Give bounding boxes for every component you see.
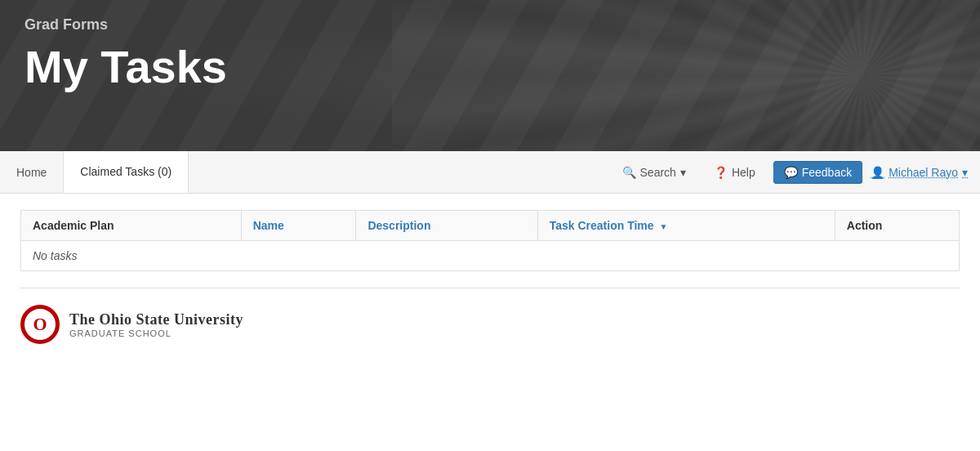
app-name: Grad Forms <box>24 16 956 33</box>
main-content: Academic Plan Name Description Task Crea… <box>0 194 980 288</box>
logo-letter: O <box>33 314 47 335</box>
page-header: Grad Forms My Tasks <box>0 0 980 151</box>
university-name: The Ohio State University <box>69 311 243 328</box>
help-label: Help <box>732 166 755 179</box>
nav-left: Home Claimed Tasks (0) <box>0 151 600 193</box>
search-label: Search <box>640 166 676 179</box>
school-name: Graduate School <box>69 328 243 338</box>
table-row-empty: No tasks <box>21 241 960 271</box>
nav-claimed-tasks[interactable]: Claimed Tasks (0) <box>64 151 189 193</box>
col-name[interactable]: Name <box>241 211 356 241</box>
empty-message: No tasks <box>21 241 960 271</box>
help-button[interactable]: ❓ Help <box>704 161 765 184</box>
navigation-bar: Home Claimed Tasks (0) 🔍 Search ▾ ❓ Help… <box>0 151 980 194</box>
col-description[interactable]: Description <box>356 211 537 241</box>
university-logo: O The Ohio State University Graduate Sch… <box>20 305 243 344</box>
search-dropdown-arrow: ▾ <box>680 166 686 179</box>
col-name-label: Name <box>253 219 284 232</box>
user-name: Michael Rayo <box>889 166 958 179</box>
table-body: No tasks <box>21 241 960 271</box>
col-academic-plan: Academic Plan <box>21 211 242 241</box>
col-task-creation-time-label: Task Creation Time <box>550 219 654 232</box>
col-task-creation-time[interactable]: Task Creation Time ▼ <box>537 211 835 241</box>
col-action: Action <box>835 211 959 241</box>
page-footer: O The Ohio State University Graduate Sch… <box>0 288 980 360</box>
sort-arrow-icon: ▼ <box>659 222 667 231</box>
col-description-label: Description <box>368 219 430 232</box>
feedback-button[interactable]: 💬 Feedback <box>773 161 862 184</box>
table-header-row: Academic Plan Name Description Task Crea… <box>21 211 960 241</box>
user-dropdown-arrow: ▾ <box>962 166 968 179</box>
nav-right: 🔍 Search ▾ ❓ Help 💬 Feedback 👤 Michael R… <box>600 151 980 193</box>
search-button[interactable]: 🔍 Search ▾ <box>612 161 696 184</box>
table-header: Academic Plan Name Description Task Crea… <box>21 211 960 241</box>
page-title: My Tasks <box>24 40 956 93</box>
osu-circle-logo: O <box>20 305 60 344</box>
user-menu-button[interactable]: 👤 Michael Rayo ▾ <box>871 166 968 179</box>
nav-home[interactable]: Home <box>0 151 64 193</box>
feedback-icon: 💬 <box>784 166 798 179</box>
tasks-table: Academic Plan Name Description Task Crea… <box>20 210 960 271</box>
search-icon: 🔍 <box>622 166 636 179</box>
help-icon: ❓ <box>714 166 728 179</box>
feedback-label: Feedback <box>802 166 852 179</box>
user-icon: 👤 <box>871 166 884 179</box>
university-text: The Ohio State University Graduate Schoo… <box>69 311 243 338</box>
